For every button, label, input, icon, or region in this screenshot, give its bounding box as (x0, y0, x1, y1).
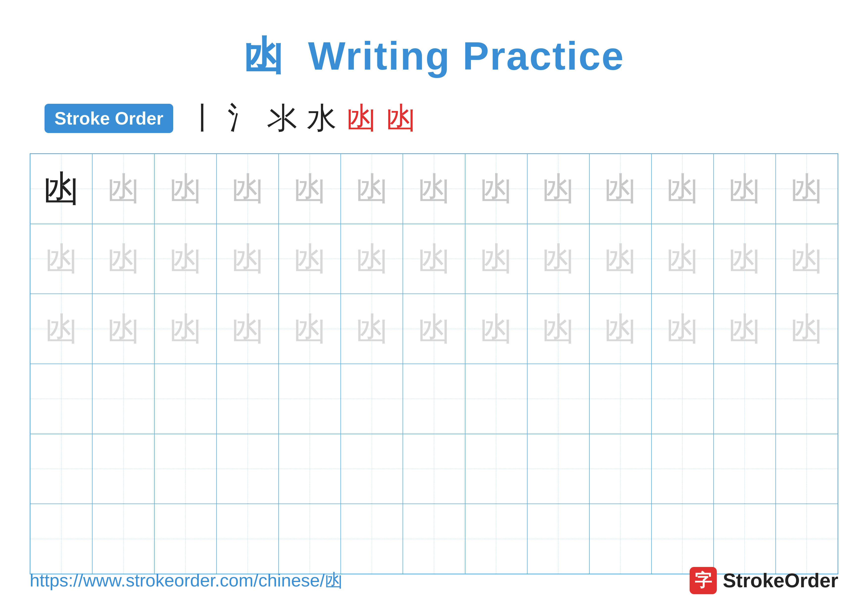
grid-cell[interactable] (589, 364, 651, 434)
practice-grid: 凼 凼 凼 凼 凼 凼 凼 凼 凼 凼 凼 凼 凼 凼 凼 凼 凼 凼 凼 凼 … (30, 153, 838, 574)
practice-char: 凼 (418, 243, 450, 275)
grid-cell[interactable] (714, 434, 776, 504)
grid-cell[interactable]: 凼 (30, 154, 92, 224)
grid-cell[interactable] (776, 434, 838, 504)
grid-cell[interactable] (217, 434, 279, 504)
grid-cell[interactable]: 凼 (465, 294, 527, 364)
grid-cell[interactable] (30, 364, 92, 434)
practice-char: 凼 (604, 313, 636, 345)
footer-url[interactable]: https://www.strokeorder.com/chinese/凼 (30, 569, 343, 592)
grid-cell[interactable]: 凼 (92, 224, 154, 294)
grid-cell[interactable]: 凼 (341, 224, 403, 294)
grid-cell[interactable]: 凼 (776, 154, 838, 224)
grid-cell[interactable] (403, 434, 465, 504)
practice-char: 凼 (356, 313, 388, 345)
grid-cell[interactable]: 凼 (403, 294, 465, 364)
practice-char: 凼 (728, 173, 761, 205)
grid-cell[interactable] (776, 504, 838, 574)
practice-char: 凼 (45, 243, 78, 275)
grid-cell[interactable]: 凼 (651, 224, 714, 294)
grid-cell[interactable] (154, 504, 217, 574)
grid-cell[interactable]: 凼 (30, 224, 92, 294)
grid-cell[interactable]: 凼 (527, 294, 589, 364)
grid-cell[interactable]: 凼 (527, 154, 589, 224)
grid-cell[interactable] (92, 364, 154, 434)
grid-cell[interactable]: 凼 (776, 224, 838, 294)
grid-cell[interactable] (589, 434, 651, 504)
grid-cell[interactable]: 凼 (341, 294, 403, 364)
practice-char: 凼 (45, 313, 78, 345)
grid-cell[interactable]: 凼 (30, 294, 92, 364)
grid-cell[interactable]: 凼 (589, 154, 651, 224)
grid-cell[interactable] (776, 364, 838, 434)
grid-cell[interactable]: 凼 (154, 294, 217, 364)
grid-cell[interactable]: 凼 (279, 224, 341, 294)
grid-cell[interactable] (527, 504, 589, 574)
grid-cell[interactable]: 凼 (341, 154, 403, 224)
title-text: Writing Practice (308, 34, 625, 78)
grid-cell[interactable] (403, 364, 465, 434)
grid-cell[interactable]: 凼 (154, 154, 217, 224)
practice-char: 凼 (43, 171, 79, 207)
grid-cell[interactable]: 凼 (217, 154, 279, 224)
practice-char: 凼 (232, 313, 264, 345)
grid-cell[interactable] (92, 434, 154, 504)
footer: https://www.strokeorder.com/chinese/凼 字 … (30, 567, 838, 594)
grid-cell[interactable]: 凼 (217, 224, 279, 294)
grid-cell[interactable] (527, 364, 589, 434)
practice-char: 凼 (480, 173, 512, 205)
grid-cell[interactable] (154, 434, 217, 504)
grid-cell[interactable] (651, 504, 714, 574)
grid-cell[interactable]: 凼 (714, 294, 776, 364)
practice-char: 凼 (666, 313, 699, 345)
grid-cell[interactable]: 凼 (465, 224, 527, 294)
practice-char: 凼 (542, 243, 574, 275)
practice-char: 凼 (542, 313, 574, 345)
grid-cell[interactable]: 凼 (279, 154, 341, 224)
grid-cell[interactable]: 凼 (651, 154, 714, 224)
grid-cell[interactable]: 凼 (651, 294, 714, 364)
grid-cell[interactable] (403, 504, 465, 574)
grid-cell[interactable] (651, 434, 714, 504)
grid-cell[interactable] (714, 504, 776, 574)
stroke-order-badge: Stroke Order (45, 104, 173, 133)
grid-cell[interactable] (279, 364, 341, 434)
grid-cell[interactable]: 凼 (714, 154, 776, 224)
practice-char: 凼 (356, 173, 388, 205)
grid-cell[interactable] (217, 504, 279, 574)
grid-cell[interactable]: 凼 (403, 224, 465, 294)
grid-cell[interactable] (30, 434, 92, 504)
grid-cell[interactable]: 凼 (92, 154, 154, 224)
grid-cell[interactable]: 凼 (589, 224, 651, 294)
stroke-order-row: Stroke Order 丨 氵 氺 水 凼 凼 (30, 98, 838, 138)
grid-cell[interactable]: 凼 (154, 224, 217, 294)
practice-char: 凼 (790, 243, 823, 275)
grid-cell[interactable]: 凼 (92, 294, 154, 364)
grid-cell[interactable]: 凼 (403, 154, 465, 224)
grid-cell[interactable]: 凼 (465, 154, 527, 224)
grid-cell[interactable] (30, 504, 92, 574)
grid-cell[interactable]: 凼 (279, 294, 341, 364)
practice-char: 凼 (418, 173, 450, 205)
grid-cell[interactable] (92, 504, 154, 574)
grid-cell[interactable] (714, 364, 776, 434)
grid-cell[interactable] (341, 364, 403, 434)
grid-cell[interactable]: 凼 (714, 224, 776, 294)
grid-cell[interactable] (341, 504, 403, 574)
grid-cell[interactable] (341, 434, 403, 504)
grid-cell[interactable]: 凼 (217, 294, 279, 364)
grid-cell[interactable] (279, 504, 341, 574)
grid-cell[interactable] (217, 364, 279, 434)
grid-cell[interactable] (589, 504, 651, 574)
grid-cell[interactable]: 凼 (527, 224, 589, 294)
grid-cell[interactable] (651, 364, 714, 434)
grid-cell[interactable] (465, 434, 527, 504)
grid-cell[interactable]: 凼 (589, 294, 651, 364)
grid-cell[interactable] (279, 434, 341, 504)
practice-char: 凼 (790, 173, 823, 205)
grid-cell[interactable] (465, 504, 527, 574)
grid-cell[interactable] (465, 364, 527, 434)
grid-cell[interactable]: 凼 (776, 294, 838, 364)
grid-cell[interactable] (527, 434, 589, 504)
grid-cell[interactable] (154, 364, 217, 434)
